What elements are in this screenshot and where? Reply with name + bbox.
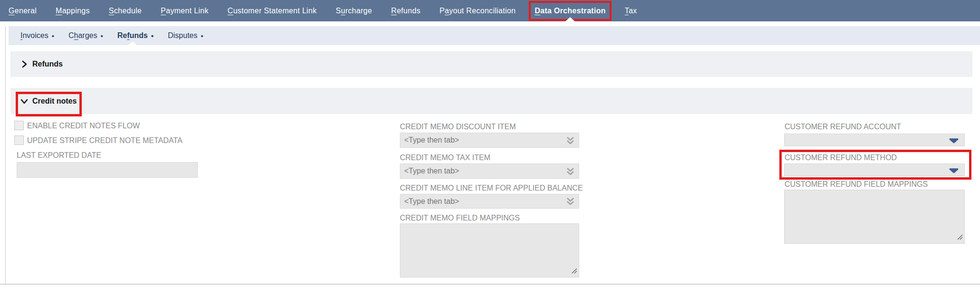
update-stripe-credit-note-metadata-label: UPDATE STRIPE CREDIT NOTE METADATA [27,137,183,144]
tab-label: Charges [68,31,97,40]
chevron-right-icon [20,60,28,68]
tab-label: Refunds [117,31,148,40]
tab-label: Invoices [20,31,49,40]
tab-label: Schedule [109,7,142,15]
settings-page: GeneralMappingsSchedulePayment LinkCusto… [0,0,980,288]
tab-label: Payment Link [161,7,209,15]
credit-memo-tax-item-label: CREDIT MEMO TAX ITEM [400,154,490,162]
tab-label: Data Orchestration [534,7,605,15]
credit-memo-field-mappings-textarea[interactable] [400,223,579,278]
section-header-refunds[interactable]: Refunds [10,51,972,77]
credit-memo-tax-item-combo[interactable]: <Type then tab> [400,163,579,179]
dropdown-arrow-icon [949,136,959,145]
last-exported-date-label: LAST EXPORTED DATE [17,152,101,159]
credit-memo-line-item-applied-balance-label: CREDIT MEMO LINE ITEM FOR APPLIED BALANC… [400,184,583,192]
tab-surcharge[interactable]: Surcharge [336,0,372,21]
chevron-down-icon [20,97,28,105]
section-header-credit-notes[interactable]: Credit notes [10,88,972,114]
tab-tax[interactable]: Tax [625,0,637,21]
customer-refund-field-mappings-textarea[interactable] [784,190,965,244]
tab-payout-reconciliation[interactable]: Payout Reconciliation [439,0,515,21]
combo-placeholder-text: <Type then tab> [400,136,566,144]
resize-grip-icon[interactable] [571,268,578,276]
tab-label: Customer Statement Link [228,7,317,15]
tab-label: General [9,7,37,15]
customer-refund-account-select[interactable] [784,134,965,146]
bullet-icon: • [151,32,154,40]
subtab-invoices[interactable]: Invoices• [20,26,54,45]
dropdown-arrow-icon [949,166,959,175]
enable-credit-notes-flow-label: ENABLE CREDIT NOTES FLOW [27,122,140,130]
subtab-disputes[interactable]: Disputes• [168,26,204,45]
tab-general[interactable]: General [9,0,37,21]
customer-refund-method-select[interactable] [784,163,965,176]
customer-refund-field-mappings-label: CUSTOMER REFUND FIELD MAPPINGS [785,181,928,188]
panel-bottom-border [0,284,980,285]
tab-label: Surcharge [336,7,372,15]
credit-memo-discount-item-label: CREDIT MEMO DISCOUNT ITEM [400,123,516,131]
enable-credit-notes-flow-checkbox[interactable] [14,121,24,130]
section-title: Refunds [32,60,63,68]
main-tab-bar: GeneralMappingsSchedulePayment LinkCusto… [0,0,980,21]
subtab-bar: Invoices•Charges•Refunds•Disputes• [9,26,980,45]
tab-refunds[interactable]: Refunds [391,0,421,21]
double-chevron-down-icon[interactable] [566,197,574,206]
credit-memo-field-mappings-label: CREDIT MEMO FIELD MAPPINGS [400,214,520,222]
double-chevron-down-icon[interactable] [566,136,574,145]
last-exported-date-input[interactable] [17,162,198,178]
customer-refund-account-label: CUSTOMER REFUND ACCOUNT [785,123,901,131]
tab-data-orchestration[interactable]: Data Orchestration [534,0,605,21]
panel-left-border [5,26,6,284]
tab-payment-link[interactable]: Payment Link [161,0,209,21]
customer-refund-method-label: CUSTOMER REFUND METHOD [785,154,897,162]
tab-customer-statement-link[interactable]: Customer Statement Link [228,0,317,21]
tab-label: Tax [625,7,637,15]
update-stripe-credit-note-metadata-checkbox[interactable] [14,135,24,145]
tab-label: Refunds [391,7,421,15]
credit-memo-discount-item-combo[interactable]: <Type then tab> [400,133,579,148]
bullet-icon: • [201,32,203,40]
section-title: Credit notes [32,97,77,106]
bullet-icon: • [100,32,103,40]
tab-label: Disputes [168,31,197,40]
bullet-icon: • [52,32,54,40]
tab-mappings[interactable]: Mappings [56,0,90,21]
double-chevron-down-icon[interactable] [566,167,574,176]
tab-label: Mappings [56,7,90,15]
combo-placeholder-text: <Type then tab> [400,197,566,206]
credit-memo-line-item-applied-balance-combo[interactable]: <Type then tab> [400,194,579,209]
combo-placeholder-text: <Type then tab> [400,167,566,175]
subtab-charges[interactable]: Charges• [68,26,103,45]
tab-label: Payout Reconciliation [439,7,515,15]
resize-grip-icon[interactable] [957,234,963,242]
subtab-refunds[interactable]: Refunds• [117,26,154,45]
tab-schedule[interactable]: Schedule [109,0,142,21]
